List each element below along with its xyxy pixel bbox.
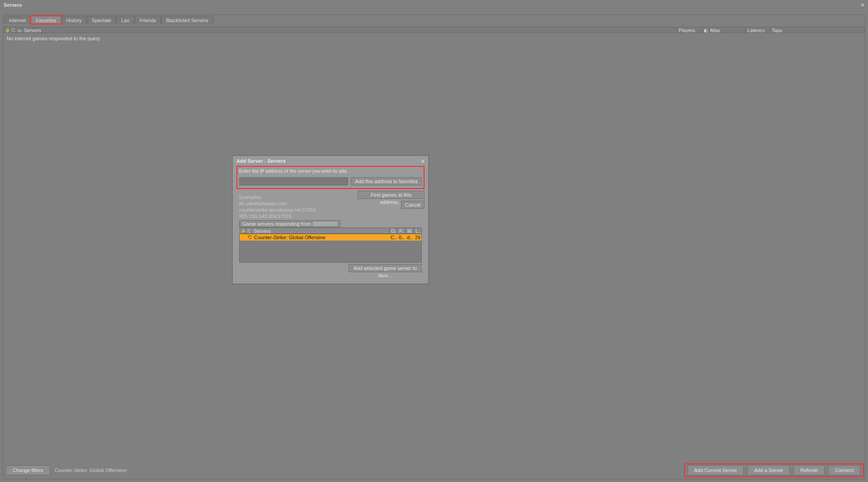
responding-label-text: Game servers responding from [242, 220, 311, 227]
window-titlebar: Servers × [0, 0, 868, 10]
window-title: Servers [4, 2, 22, 8]
column-tags[interactable]: Tags [770, 27, 865, 33]
server-list: No internet games responded to the query… [3, 33, 865, 461]
ip-prompt-label: Enter the IP address of the server you w… [239, 169, 422, 174]
dialog-server-list: 🛡 Counter-Strike: Global Offensive C... … [239, 234, 422, 263]
row-server-name: Counter-Strike: Global Offensive [252, 234, 389, 241]
row-lock-icon [240, 234, 246, 241]
responding-label: Game servers responding from [239, 220, 340, 227]
ip-address-input[interactable] [239, 177, 348, 185]
add-server-dialog: Add Server - Servers × Enter the IP addr… [232, 156, 429, 284]
bottom-bar: Change filters Counter-Strike: Global Of… [3, 462, 865, 479]
tab-blacklisted[interactable]: Blacklisted Servers [161, 16, 213, 24]
column-servers[interactable]: Servers [22, 27, 677, 33]
tab-friends[interactable]: Friends [135, 16, 161, 24]
close-icon[interactable]: × [861, 2, 864, 8]
mini-col-game[interactable]: G... [389, 228, 397, 233]
row-map: d... [405, 234, 413, 241]
tab-internet[interactable]: Internet [4, 16, 31, 24]
mini-col-map[interactable]: M... [406, 228, 414, 233]
column-bots-icon[interactable]: ◐ [702, 27, 708, 33]
example-1: tfc.valvesoftware.com [239, 200, 316, 207]
tab-spectate[interactable]: Spectate [87, 16, 116, 24]
example-2: counterstrike.speakeasy.net:27016 [239, 207, 316, 213]
tab-history[interactable]: History [61, 16, 87, 24]
dialog-close-icon[interactable]: × [421, 158, 425, 165]
mini-col-servers[interactable]: Servers [252, 228, 389, 233]
empty-list-message: No internet games responded to the query… [7, 36, 101, 41]
filter-game-label: Counter-Strike: Global Offensive; [55, 468, 127, 473]
tab-lan[interactable]: Lan [116, 16, 134, 24]
tab-favorites[interactable]: Favorites [31, 16, 61, 24]
examples-block: Examples: tfc.valvesoftware.com counters… [239, 194, 316, 219]
dialog-server-row[interactable]: 🛡 Counter-Strike: Global Offensive C... … [240, 234, 421, 241]
column-latency[interactable]: Latency [745, 27, 770, 33]
row-latency: 29 [413, 234, 421, 241]
find-games-button[interactable]: Find games at this address... [358, 191, 425, 199]
change-filters-button[interactable]: Change filters [6, 465, 50, 475]
column-region-icon[interactable]: ▭ [16, 27, 22, 33]
row-players: 0... [397, 234, 405, 241]
server-tabs: Internet Favorites History Spectate Lan … [4, 16, 213, 24]
refresh-button[interactable]: Refresh [793, 465, 825, 475]
examples-label: Examples: [239, 194, 316, 200]
add-current-server-button[interactable]: Add Current Server [688, 465, 744, 475]
dialog-titlebar: Add Server - Servers × [233, 156, 428, 166]
main-frame: Internet Favorites History Spectate Lan … [3, 14, 865, 479]
example-3: 205.158.143.200:27015 [239, 213, 316, 219]
bottom-right-actions: Add Current Server Add a Server Refresh … [686, 465, 862, 475]
dialog-title: Add Server - Servers [236, 158, 286, 164]
cancel-button[interactable]: Cancel [401, 201, 425, 209]
column-map[interactable]: Map [708, 27, 745, 33]
add-address-favorites-button[interactable]: Add this address to favorites [351, 177, 422, 185]
column-players[interactable]: Players [677, 27, 702, 33]
mini-col-latency[interactable]: L... [414, 228, 422, 233]
column-vac-icon[interactable]: 🛡 [9, 27, 16, 33]
responding-address-redacted [313, 222, 337, 226]
mini-col-players[interactable]: P... [397, 228, 406, 233]
column-lock-icon[interactable]: 🔒 [3, 27, 9, 33]
ip-entry-section: Enter the IP address of the server you w… [236, 166, 425, 189]
dialog-server-list-header: 🔒 🛡 Servers G... P... M... L... [239, 227, 422, 234]
add-a-server-button[interactable]: Add a Server [747, 465, 790, 475]
connect-button[interactable]: Connect [828, 465, 860, 475]
row-vac-icon: 🛡 [246, 234, 252, 241]
add-selected-server-button[interactable]: Add selected game server to favo... [349, 264, 422, 272]
mini-col-lock-icon[interactable]: 🔒 [239, 228, 245, 233]
mini-col-vac-icon[interactable]: 🛡 [245, 228, 252, 233]
server-list-header: 🔒 🛡 ▭ Servers Players ◐ Map Latency Tags [3, 27, 865, 33]
row-game: C... [389, 234, 397, 241]
